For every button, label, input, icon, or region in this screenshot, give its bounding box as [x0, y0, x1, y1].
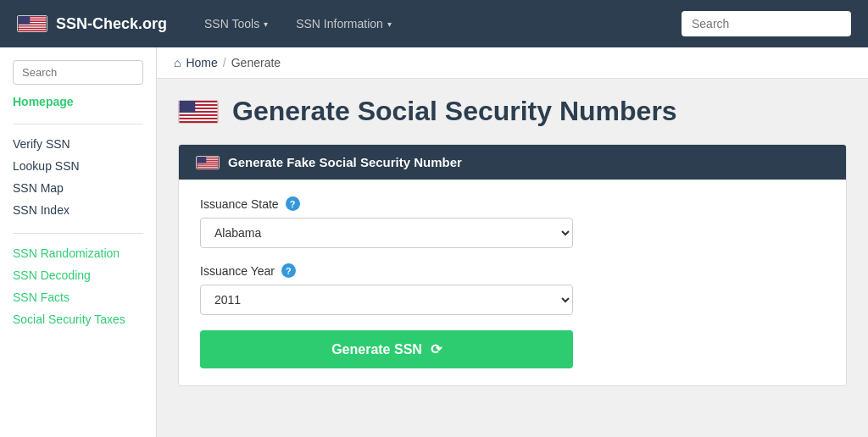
navbar-flag-icon — [17, 15, 47, 32]
chevron-down-icon: ▾ — [387, 19, 392, 29]
sidebar: Homepage Verify SSN Lookup SSN SSN Map S… — [0, 47, 157, 437]
issuance-year-help-icon[interactable]: ? — [281, 263, 296, 278]
issuance-state-help-icon[interactable]: ? — [286, 196, 300, 211]
card-header-label: Generate Fake Social Security Number — [228, 155, 462, 169]
svg-rect-23 — [180, 115, 218, 117]
svg-rect-9 — [19, 26, 46, 27]
svg-rect-38 — [198, 165, 219, 166]
sidebar-search-input[interactable] — [13, 60, 143, 85]
svg-rect-24 — [180, 117, 218, 119]
refresh-icon: ⟳ — [431, 341, 442, 357]
breadcrumb-current: Generate — [231, 56, 281, 69]
svg-rect-13 — [19, 16, 31, 25]
nav-item-ssn-tools[interactable]: SSN Tools ▾ — [192, 10, 280, 37]
issuance-state-group: Issuance State ? Alabama — [200, 196, 825, 248]
svg-rect-21 — [180, 112, 218, 113]
svg-rect-11 — [19, 29, 46, 30]
chevron-down-icon: ▾ — [264, 19, 268, 29]
issuance-state-select[interactable]: Alabama — [200, 218, 573, 248]
svg-rect-26 — [180, 120, 218, 122]
svg-rect-7 — [19, 25, 46, 25]
card-body: Issuance State ? Alabama Issuance Year ? — [179, 180, 846, 385]
page-layout: Homepage Verify SSN Lookup SSN SSN Map S… — [0, 47, 868, 437]
sidebar-item-ssn-decoding[interactable]: SSN Decoding — [13, 264, 143, 286]
card-header-flag-icon — [196, 156, 220, 169]
sidebar-item-ssn-randomization[interactable]: SSN Randomization — [13, 242, 143, 264]
heading-flag-icon — [178, 100, 219, 124]
svg-rect-41 — [198, 157, 207, 163]
content-area: Generate Social Security Numbers — [157, 79, 868, 403]
issuance-year-label-row: Issuance Year ? — [200, 263, 825, 278]
sidebar-item-ssn-facts[interactable]: SSN Facts — [13, 286, 143, 308]
sidebar-item-verify-ssn[interactable]: Verify SSN — [13, 133, 143, 155]
issuance-year-select[interactable]: 2011 — [200, 285, 573, 315]
nav-item-ssn-info[interactable]: SSN Information ▾ — [284, 10, 403, 37]
issuance-state-label-row: Issuance State ? — [200, 196, 825, 211]
card-header: Generate Fake Social Security Number — [179, 145, 846, 180]
navbar-search-input[interactable] — [682, 11, 851, 36]
sidebar-divider-1 — [13, 124, 143, 124]
issuance-year-label: Issuance Year — [200, 264, 275, 278]
sidebar-divider-2 — [13, 233, 143, 234]
svg-rect-40 — [198, 167, 219, 168]
generate-card: Generate Fake Social Security Number Iss… — [178, 144, 847, 386]
breadcrumb-separator: / — [223, 56, 226, 69]
svg-rect-35 — [198, 163, 219, 163]
nav-item-ssn-info-label: SSN Information — [296, 17, 383, 30]
generate-ssn-button[interactable]: Generate SSN ⟳ — [200, 330, 573, 368]
generate-button-label: Generate SSN — [331, 342, 422, 357]
svg-rect-25 — [180, 119, 218, 120]
navbar: SSN-Check.org SSN Tools ▾ SSN Informatio… — [0, 0, 868, 47]
sidebar-item-homepage[interactable]: Homepage — [13, 95, 143, 108]
svg-rect-12 — [19, 30, 46, 31]
issuance-state-label: Issuance State — [200, 197, 279, 211]
svg-rect-27 — [180, 101, 196, 113]
home-icon: ⌂ — [174, 56, 181, 69]
svg-rect-39 — [198, 166, 219, 167]
svg-rect-10 — [19, 28, 46, 29]
svg-rect-36 — [198, 163, 219, 164]
nav-menu: SSN Tools ▾ SSN Information ▾ — [192, 10, 403, 37]
sidebar-item-ssn-map[interactable]: SSN Map — [13, 177, 143, 199]
sidebar-item-lookup-ssn[interactable]: Lookup SSN — [13, 155, 143, 177]
page-title: Generate Social Security Numbers — [232, 96, 677, 127]
page-heading: Generate Social Security Numbers — [178, 96, 847, 127]
brand[interactable]: SSN-Check.org — [17, 15, 167, 33]
breadcrumb-home-link[interactable]: Home — [186, 56, 217, 69]
sidebar-item-social-security-taxes[interactable]: Social Security Taxes — [13, 308, 143, 330]
main-content: ⌂ Home / Generate — [157, 47, 868, 437]
svg-rect-22 — [180, 113, 218, 115]
svg-rect-37 — [198, 164, 219, 165]
issuance-year-group: Issuance Year ? 2011 — [200, 263, 825, 315]
breadcrumb: ⌂ Home / Generate — [157, 47, 868, 79]
sidebar-item-ssn-index[interactable]: SSN Index — [13, 199, 143, 221]
svg-rect-8 — [19, 25, 46, 26]
brand-name: SSN-Check.org — [56, 15, 167, 33]
sidebar-search-container — [13, 60, 143, 85]
nav-item-ssn-tools-label: SSN Tools — [204, 17, 259, 30]
navbar-search-container — [682, 11, 851, 36]
